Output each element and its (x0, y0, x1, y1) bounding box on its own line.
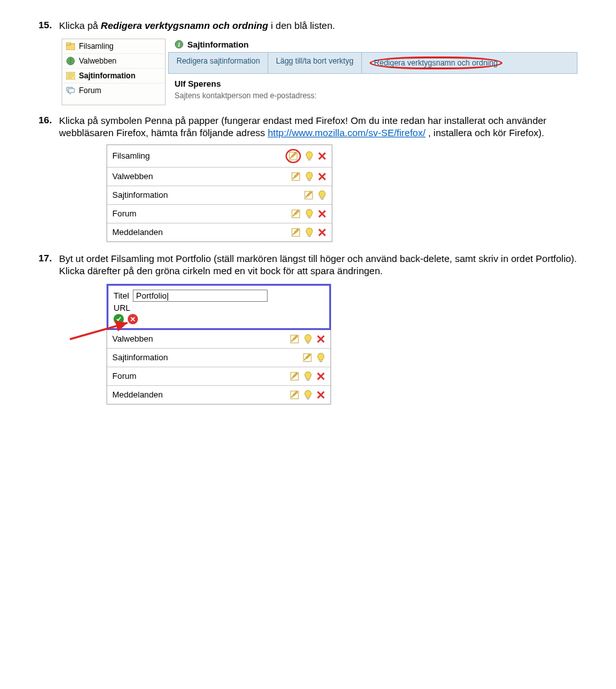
tool-label: Forum (112, 371, 137, 381)
bulb-icon[interactable] (305, 171, 314, 182)
tool-icons (291, 171, 327, 182)
screenshot-editform: Titel URL ValwebbenSajtinformationForumM… (107, 284, 331, 405)
tool-row: Filsamling (107, 145, 332, 168)
sidebar-item-sajtinformation[interactable]: Sajtinformation (62, 69, 165, 83)
tab-label: Redigera verktygsnamn och ordning (374, 58, 498, 67)
tool-row: Forum (107, 367, 330, 386)
tool-row: Sajtinformation (107, 349, 330, 367)
sidebar-item-forum[interactable]: Forum (62, 83, 165, 98)
delete-icon[interactable] (318, 172, 327, 181)
tool-icons (291, 227, 327, 238)
edit-icon[interactable] (289, 334, 300, 344)
svg-rect-19 (320, 361, 322, 362)
delete-icon[interactable] (318, 228, 327, 237)
svg-rect-11 (321, 198, 323, 200)
edit-icon[interactable] (289, 371, 300, 381)
text: Byt ut ordet Filsamling mot Portfolio (s… (59, 253, 577, 264)
contact-label: Sajtens kontaktperson med e-postadress: (175, 91, 571, 100)
panel-header: i Sajtinformation (168, 39, 578, 51)
owner-name: Ulf Sperens (175, 79, 571, 89)
svg-rect-23 (307, 398, 309, 399)
text: , installera och kör Firefox). (425, 127, 544, 138)
svg-rect-17 (307, 342, 309, 344)
delete-icon[interactable] (318, 209, 327, 218)
tool-row: Valwebben (107, 330, 330, 349)
tool-row: Meddelanden (107, 386, 330, 404)
edit-icon[interactable] (288, 151, 298, 161)
button-row (114, 314, 324, 324)
tool-icons (289, 334, 325, 344)
svg-rect-21 (307, 379, 309, 381)
firefox-download-link[interactable]: http://www.mozilla.com/sv-SE/firefox/ (268, 127, 425, 138)
panel-title: Sajtinformation (187, 40, 248, 49)
annotation-circle: Redigera verktygsnamn och ordning (370, 57, 502, 69)
sidebar-item-label: Forum (79, 86, 101, 95)
tool-icons (302, 353, 325, 363)
edit-icon[interactable] (291, 227, 301, 238)
field-label-titel: Titel (114, 291, 129, 301)
tab-redigera-sajtinfo[interactable]: Redigera sajtinformation (169, 53, 268, 73)
tool-row: Sajtinformation (107, 186, 332, 205)
info-icon: i (175, 40, 184, 49)
step-16: 16. Klicka på symbolen Penna på papper (… (38, 114, 578, 139)
delete-icon[interactable] (316, 372, 325, 381)
tab-lagg-till-ta-bort[interactable]: Lägg till/ta bort verktyg (268, 53, 362, 73)
field-title-row: Titel (114, 290, 324, 302)
edit-box: Titel URL (107, 284, 331, 330)
text: Klicka därefter på den gröna cirkeln med… (59, 265, 382, 276)
edit-icon[interactable] (302, 353, 312, 363)
text: i den blå listen. (268, 20, 335, 31)
tool-row: Meddelanden (107, 223, 332, 241)
tool-icons (289, 390, 325, 400)
bulb-icon[interactable] (304, 390, 312, 400)
step-text: Klicka på Redigera verktygsnamn och ordn… (59, 19, 578, 32)
note-icon (66, 71, 75, 80)
folder-icon (66, 42, 75, 51)
edit-icon[interactable] (304, 190, 314, 200)
tool-icons (291, 209, 327, 219)
title-input[interactable] (133, 290, 268, 302)
screenshot-sajtinfo: Filsamling Valwebben Sajtinformation For… (62, 39, 578, 105)
tool-icons (304, 190, 327, 200)
delete-icon[interactable] (318, 152, 327, 161)
edit-icon[interactable] (291, 209, 301, 219)
bulb-icon[interactable] (304, 371, 312, 381)
svg-rect-15 (308, 236, 311, 237)
sidebar-item-label: Filsamling (79, 42, 114, 51)
sidebar-item-valwebben[interactable]: Valwebben (62, 54, 165, 69)
delete-icon[interactable] (316, 335, 325, 344)
annotation-circle (286, 149, 301, 163)
site-info-body: Ulf Sperens Sajtens kontaktperson med e-… (168, 74, 578, 105)
svg-rect-7 (308, 159, 311, 161)
tab-label: Lägg till/ta bort verktyg (276, 57, 354, 65)
bulb-icon[interactable] (305, 209, 314, 219)
svg-text:i: i (178, 41, 180, 48)
tool-icons (289, 371, 325, 381)
svg-rect-1 (66, 42, 71, 45)
bulb-icon[interactable] (316, 353, 325, 363)
tab-redigera-verktygsnamn[interactable]: Redigera verktygsnamn och ordning (362, 53, 510, 73)
edit-icon[interactable] (289, 390, 300, 400)
step-text: Byt ut ordet Filsamling mot Portfolio (s… (59, 252, 578, 277)
cancel-button[interactable] (128, 314, 138, 324)
bulb-icon[interactable] (305, 151, 314, 161)
bulb-icon[interactable] (304, 334, 312, 344)
edit-icon[interactable] (291, 171, 301, 182)
svg-rect-13 (308, 217, 311, 218)
sidebar: Filsamling Valwebben Sajtinformation For… (62, 39, 166, 105)
bulb-icon[interactable] (318, 190, 327, 200)
bulb-icon[interactable] (305, 227, 314, 238)
tool-row: Forum (107, 205, 332, 223)
svg-rect-9 (308, 180, 311, 181)
delete-icon[interactable] (316, 390, 325, 399)
text: Klicka på (59, 20, 101, 31)
sidebar-item-label: Sajtinformation (79, 71, 135, 80)
main-panel: i Sajtinformation Redigera sajtinformati… (168, 39, 578, 105)
step-number: 15. (38, 19, 59, 32)
tool-label: Forum (112, 209, 137, 218)
step-number: 17. (38, 252, 59, 277)
speech-icon (66, 86, 75, 95)
save-button[interactable] (114, 314, 124, 324)
sidebar-item-filsamling[interactable]: Filsamling (62, 39, 165, 54)
tool-label: Valwebben (112, 334, 153, 344)
